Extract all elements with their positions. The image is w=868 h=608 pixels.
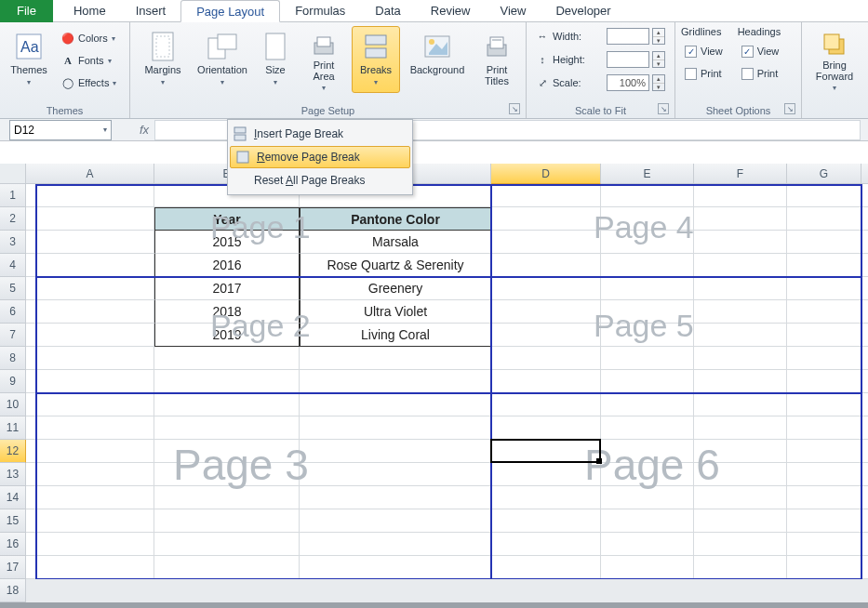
cell-C6[interactable]: Ultra Violet [300,300,491,324]
row-header-4[interactable]: 4 [0,254,26,277]
row-header-1[interactable]: 1 [0,184,26,207]
gridlines-view-checkbox[interactable]: ✓View [681,41,727,61]
cell-C4[interactable]: Rose Quartz & Serenity [300,254,491,277]
cell-C5[interactable]: Greenery [300,277,491,300]
reset-page-breaks-item[interactable]: Reset All Page Breaks [228,168,412,192]
cell-C7[interactable]: Living Coral [300,324,491,347]
insert-break-icon [232,126,248,142]
spinner-icon[interactable]: ▴▾ [652,51,665,68]
height-value[interactable] [607,51,649,68]
orientation-button[interactable]: Orientation▾ [195,26,249,93]
row-header-13[interactable]: 13 [0,463,26,486]
tab-home[interactable]: Home [59,0,121,22]
col-header-F[interactable]: F [694,164,787,184]
dialog-launcher-icon[interactable]: ↘ [784,103,795,114]
bring-forward-button[interactable]: Bring Forward ▾ [808,26,861,93]
remove-page-break-item[interactable]: Remove Page Break [230,146,410,168]
row-header-7[interactable]: 7 [0,324,26,347]
tab-page-layout[interactable]: Page Layout [180,0,280,22]
tab-review[interactable]: Review [416,0,486,22]
row-header-8[interactable]: 8 [0,347,26,370]
tab-data[interactable]: Data [360,0,415,22]
gridlines-print-checkbox[interactable]: Print [681,63,727,84]
file-tab[interactable]: File [0,0,53,22]
row-header-18[interactable]: 18 [0,579,26,602]
row-header-14[interactable]: 14 [0,486,26,509]
headings-heading: Headings [738,26,783,37]
row-header-3[interactable]: 3 [0,231,26,254]
print-area-button[interactable]: Print Area ▾ [301,26,346,93]
headings-view-checkbox[interactable]: ✓View [738,41,783,61]
col-header-E[interactable]: E [601,164,694,184]
spinner-icon[interactable]: ▴▾ [652,28,665,45]
formula-bar-controls: fx [140,123,149,137]
spinner-icon[interactable]: ▴▾ [652,74,665,91]
dialog-launcher-icon[interactable]: ↘ [509,103,520,114]
tab-insert[interactable]: Insert [121,0,181,22]
cell-C2[interactable]: Pantone Color [300,207,491,231]
svg-rect-8 [317,37,330,46]
cell-B2[interactable]: Year [154,207,300,231]
cell-B3[interactable]: 2015 [154,231,300,254]
row-header-2[interactable]: 2 [0,207,26,231]
row-header-11[interactable]: 11 [0,416,26,440]
scale-control[interactable]: ⤢Scale: 100%▴▾ [532,73,669,93]
chevron-down-icon: ▾ [161,78,165,86]
name-box[interactable]: D12 ▾ [9,120,112,140]
row-header-15[interactable]: 15 [0,509,26,533]
tab-view[interactable]: View [485,0,541,22]
row-header-12[interactable]: 12 [0,440,26,463]
bring-forward-icon [819,31,850,58]
background-button[interactable]: Background [406,26,469,93]
cell-B6[interactable]: 2018 [154,300,300,324]
spreadsheet-grid[interactable]: ABCDEFGH 123456789101112131415161718 Yea… [0,164,868,608]
cell-B7[interactable]: 2019 [154,324,300,347]
effects-label: Effects [78,77,109,88]
chevron-down-icon[interactable]: ▾ [103,126,107,134]
col-header-H[interactable]: H [861,164,868,184]
col-header-A[interactable]: A [26,164,154,184]
width-value[interactable] [607,28,649,45]
row-header-16[interactable]: 16 [0,533,26,556]
select-all-corner[interactable] [0,164,26,184]
cell-B4[interactable]: 2016 [154,254,300,277]
col-header-G[interactable]: G [787,164,861,184]
tab-developer[interactable]: Developer [541,0,625,22]
margins-button[interactable]: Margins▾ [136,26,190,93]
breaks-label: Breaks [360,64,392,75]
background-icon [421,31,453,62]
insert-page-break-item[interactable]: Insert Page Break [228,122,412,146]
colors-button[interactable]: 🔴Colors ▾ [58,28,120,48]
page-break-line [35,184,861,186]
breaks-button[interactable]: Breaks▾ [352,26,400,93]
themes-button[interactable]: Aa Themes▾ [6,26,52,93]
size-button[interactable]: Size▾ [255,26,296,93]
cell-B5[interactable]: 2017 [154,277,300,300]
checkbox-icon: ✓ [685,46,697,58]
row-header-5[interactable]: 5 [0,277,26,300]
dialog-launcher-icon[interactable]: ↘ [658,103,669,114]
print-titles-button[interactable]: Print Titles [474,26,519,93]
page-break-line [35,276,861,278]
svg-rect-2 [153,33,173,60]
row-header-10[interactable]: 10 [0,393,26,416]
fonts-button[interactable]: AFonts ▾ [58,50,120,71]
cell-C3[interactable]: Marsala [300,231,491,254]
group-themes: Aa Themes▾ 🔴Colors ▾ AFonts ▾ ◯Effects ▾… [0,22,130,118]
checkbox-icon [741,68,754,80]
effects-button[interactable]: ◯Effects ▾ [58,73,120,93]
row-header-9[interactable]: 9 [0,370,26,393]
height-control[interactable]: ↕Height: ▴▾ [532,49,669,70]
width-control[interactable]: ↔Width: ▴▾ [532,26,669,46]
tab-formulas[interactable]: Formulas [280,0,360,22]
margins-label: Margins [144,64,180,75]
row-header-6[interactable]: 6 [0,300,26,324]
col-header-D[interactable]: D [491,164,601,184]
fx-icon[interactable]: fx [140,123,149,137]
scale-value[interactable]: 100% [607,74,649,91]
row-header-17[interactable]: 17 [0,556,26,579]
headings-print-checkbox[interactable]: Print [738,63,783,84]
chevron-down-icon: ▾ [374,78,378,86]
print-area-icon [308,31,340,58]
svg-rect-21 [237,152,248,163]
